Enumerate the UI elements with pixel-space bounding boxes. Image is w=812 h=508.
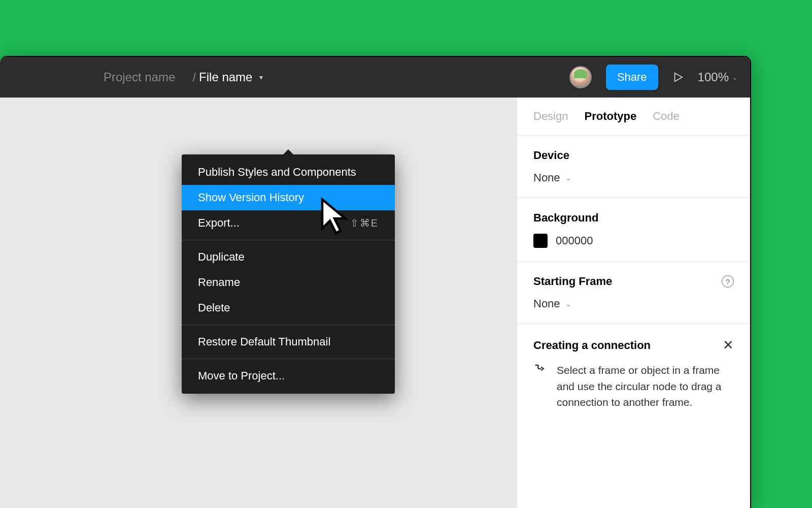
menu-label: Show Version History [198,191,304,204]
connection-icon [533,362,548,378]
topbar: Project name / File name ▾ Share 100% ⌄ [0,57,750,98]
menu-label: Move to Project... [198,369,285,383]
topbar-right: Share 100% ⌄ [569,65,738,90]
menu-label: Export... [198,216,240,230]
menu-restore-thumbnail[interactable]: Restore Default Thumbnail [182,329,395,355]
menu-export[interactable]: Export... ⇧⌘E [182,210,395,236]
starting-frame-value: None [533,297,560,310]
chevron-down-icon: ⌄ [732,73,738,81]
menu-publish[interactable]: Publish Styles and Components [182,160,395,185]
menu-divider [182,325,395,325]
starting-frame-label: Starting Frame [533,275,612,288]
tab-prototype[interactable]: Prototype [584,110,636,123]
present-button[interactable] [672,72,684,83]
device-section: Device None ⌄ [517,136,750,198]
background-value: 000000 [556,234,593,247]
color-swatch[interactable] [533,234,548,248]
file-context-menu: Publish Styles and Components Show Versi… [182,154,395,394]
menu-duplicate[interactable]: Duplicate [182,244,395,270]
breadcrumb-file[interactable]: File name ▾ [199,70,263,84]
play-icon [672,72,684,83]
menu-label: Duplicate [198,250,245,264]
menu-label: Publish Styles and Components [198,166,356,179]
menu-divider [182,359,395,359]
starting-frame-dropdown[interactable]: None ⌄ [533,297,734,310]
menu-divider [182,240,395,240]
help-icon[interactable]: ? [722,275,734,288]
tab-design[interactable]: Design [533,110,568,123]
close-icon[interactable]: ✕ [723,337,734,353]
menu-version-history[interactable]: Show Version History [182,185,395,210]
menu-label: Delete [198,301,230,314]
device-value: None [533,171,560,184]
connection-text: Select a frame or object in a frame and … [557,362,734,410]
starting-frame-section: Starting Frame ? None ⌄ [517,262,750,324]
device-dropdown[interactable]: None ⌄ [533,171,734,184]
chevron-down-icon: ⌄ [565,300,571,308]
background-label: Background [533,211,734,225]
inspector-panel: Design Prototype Code Device None ⌄ Back… [517,98,750,508]
menu-shortcut: ⇧⌘E [350,217,379,229]
connection-section: Creating a connection ✕ Select a frame o… [517,324,750,424]
svg-marker-0 [674,73,682,82]
panel-tabs: Design Prototype Code [517,98,750,136]
menu-label: Rename [198,276,240,289]
share-button[interactable]: Share [606,65,658,90]
chevron-down-icon: ⌄ [565,174,571,182]
tab-code[interactable]: Code [653,110,680,123]
chevron-down-icon: ▾ [259,73,263,81]
zoom-label: 100% [698,70,729,84]
device-label: Device [533,149,734,162]
background-section: Background 000000 [517,198,750,262]
menu-delete[interactable]: Delete [182,295,395,321]
avatar[interactable] [569,66,592,88]
connection-label: Creating a connection [533,339,651,352]
app-window: Project name / File name ▾ Share 100% ⌄ … [0,56,751,508]
breadcrumb-project[interactable]: Project name [12,70,189,84]
menu-move-project[interactable]: Move to Project... [182,363,395,389]
menu-rename[interactable]: Rename [182,270,395,295]
zoom-dropdown[interactable]: 100% ⌄ [698,70,738,84]
background-row[interactable]: 000000 [533,234,734,248]
file-name-label: File name [199,70,252,84]
menu-label: Restore Default Thumbnail [198,335,330,348]
breadcrumb-separator: / [189,70,199,84]
